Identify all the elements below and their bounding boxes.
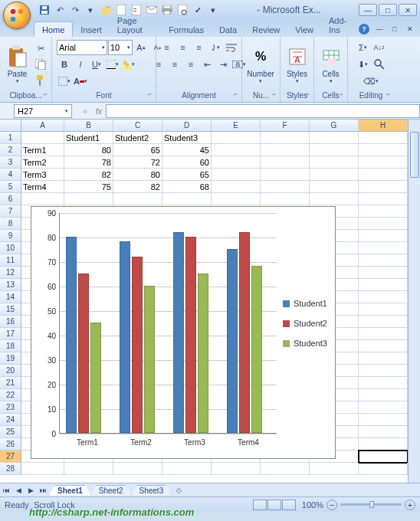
copy-icon[interactable] (33, 57, 48, 72)
column-header[interactable]: A (21, 120, 64, 131)
sort-filter-icon[interactable]: A↓Z (372, 40, 387, 55)
cell[interactable] (212, 144, 261, 156)
horizontal-scrollbar[interactable] (188, 485, 420, 496)
row-header[interactable]: 3 (0, 156, 21, 169)
cell[interactable]: 60 (162, 156, 212, 169)
zoom-slider[interactable] (340, 503, 402, 506)
row-header[interactable]: 11 (0, 254, 21, 267)
column-header[interactable]: F (261, 120, 310, 131)
row-header[interactable]: 23 (0, 401, 21, 414)
cell[interactable] (212, 169, 261, 181)
row-header[interactable]: 18 (0, 340, 21, 352)
tab-home[interactable]: Home (34, 21, 73, 37)
row-header[interactable]: 1 (0, 132, 21, 144)
cell[interactable] (212, 193, 261, 205)
cell[interactable]: 82 (64, 169, 113, 181)
last-sheet-icon[interactable]: ⏭ (37, 484, 49, 496)
minimize-button[interactable]: — (359, 4, 377, 16)
tab-insert[interactable]: Insert (73, 22, 110, 37)
cell[interactable] (310, 132, 359, 144)
column-header[interactable]: C (113, 120, 162, 131)
save-icon[interactable] (38, 4, 51, 16)
close-workbook-icon[interactable]: ✕ (405, 21, 415, 37)
row-header[interactable]: 16 (0, 316, 21, 328)
office-button[interactable] (3, 2, 31, 29)
number-format-button[interactable]: % Number ▾ (245, 41, 276, 88)
cell[interactable] (21, 132, 64, 144)
cell[interactable]: 72 (113, 156, 162, 169)
increase-indent-icon[interactable]: ⇥ (215, 57, 231, 72)
row-header[interactable]: 13 (0, 279, 21, 291)
cell[interactable] (21, 463, 64, 475)
fx-icon[interactable]: fx (92, 104, 106, 118)
row-header[interactable]: 6 (0, 193, 21, 205)
prev-sheet-icon[interactable]: ◀ (12, 484, 25, 496)
row-header[interactable]: 10 (0, 242, 21, 254)
chart-bar[interactable] (239, 232, 250, 433)
cell[interactable] (359, 132, 408, 144)
chart-bar[interactable] (90, 323, 101, 433)
cell[interactable] (359, 389, 408, 401)
cell[interactable] (310, 156, 359, 169)
cell[interactable] (261, 181, 310, 193)
cell[interactable] (359, 377, 408, 389)
cell[interactable]: Term3 (21, 169, 64, 181)
row-header[interactable]: 8 (0, 218, 21, 230)
border-icon[interactable]: ▾ (105, 57, 120, 72)
embedded-chart[interactable]: Term1Term2Term3Term4 Student1Student2Stu… (31, 206, 336, 459)
sheet-tab[interactable]: Sheet3 (131, 485, 172, 496)
align-bottom-icon[interactable]: ≡ (192, 40, 207, 55)
redo-icon[interactable]: ↷ (69, 4, 81, 16)
styles-button[interactable]: A Styles ▾ (284, 41, 310, 88)
grow-font-icon[interactable]: A▴ (133, 40, 149, 55)
normal-view-button[interactable] (253, 500, 267, 510)
cell[interactable]: 65 (162, 169, 212, 181)
cell[interactable] (359, 340, 408, 352)
legend-item[interactable]: Student3 (283, 339, 327, 348)
chart-bar[interactable] (173, 232, 184, 433)
next-sheet-icon[interactable]: ▶ (25, 484, 37, 496)
bold-icon[interactable]: B (57, 57, 72, 72)
row-header[interactable]: 17 (0, 328, 21, 340)
cell[interactable]: Term2 (21, 156, 64, 169)
chart-bar[interactable] (144, 286, 155, 433)
italic-icon[interactable]: I (73, 57, 88, 72)
cell[interactable] (359, 426, 408, 438)
cell[interactable]: 80 (64, 144, 113, 156)
tab-view[interactable]: View (287, 22, 321, 37)
find-select-icon[interactable] (372, 57, 387, 72)
tab-add-ins[interactable]: Add-Ins (321, 13, 359, 37)
row-header[interactable]: 24 (0, 414, 21, 426)
formula-input[interactable] (106, 104, 420, 118)
cell[interactable] (212, 156, 261, 169)
cell[interactable] (162, 463, 212, 475)
row-header[interactable]: 25 (0, 426, 21, 438)
select-all-corner[interactable] (0, 120, 21, 131)
row-header[interactable]: 7 (0, 205, 21, 218)
cut-icon[interactable]: ✂ (33, 41, 48, 56)
cell[interactable] (113, 463, 162, 475)
cell[interactable] (359, 401, 408, 414)
cell[interactable] (359, 328, 408, 340)
page-break-view-button[interactable] (282, 500, 296, 510)
cell[interactable] (261, 463, 310, 475)
clear-icon[interactable]: ⌫▾ (363, 74, 379, 89)
format-painter-icon[interactable] (33, 73, 48, 88)
row-header[interactable]: 20 (0, 365, 21, 377)
row-header[interactable]: 21 (0, 377, 21, 389)
cell[interactable] (359, 242, 408, 254)
align-right-icon[interactable]: ≡ (183, 57, 199, 72)
chart-bar[interactable] (120, 241, 130, 433)
column-header[interactable]: D (162, 120, 212, 131)
row-header[interactable]: 19 (0, 352, 21, 365)
cell[interactable] (310, 144, 359, 156)
cell[interactable]: Student3 (162, 132, 212, 144)
zoom-level[interactable]: 100% (302, 500, 323, 510)
more-borders-icon[interactable]: ▾ (57, 74, 72, 89)
cell[interactable]: 75 (64, 181, 113, 193)
minimize-ribbon-icon[interactable]: — (374, 21, 385, 37)
cell[interactable] (359, 463, 408, 475)
cancel-formula-icon[interactable]: ● (78, 104, 92, 118)
cells-button[interactable]: Cells ▾ (317, 41, 344, 88)
column-header[interactable]: H (359, 120, 408, 131)
